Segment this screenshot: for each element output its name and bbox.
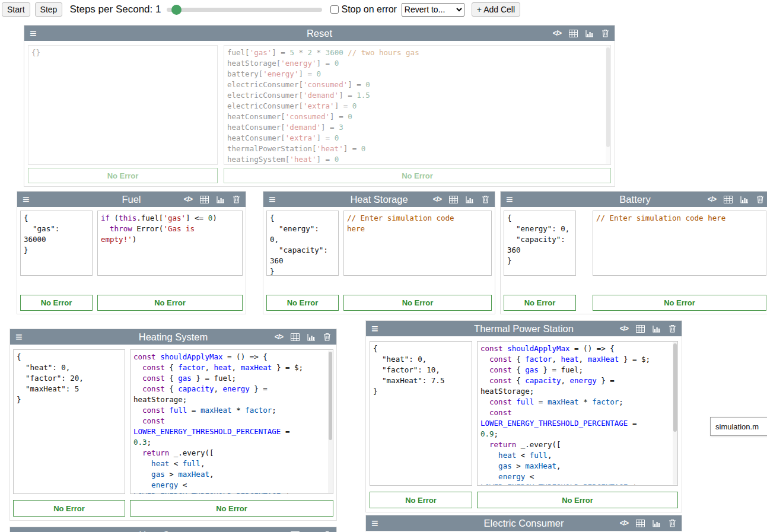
speed-slider[interactable]: [167, 4, 322, 15]
state-editor[interactable]: { "heat": 0, "factor": 20, "maxHeat": 5}: [13, 349, 125, 494]
table-view-icon[interactable]: [636, 520, 645, 527]
cell-header[interactable]: ≡ Heat Consumer </>: [10, 527, 336, 532]
cell-heating-system: ≡ Heating System </> { "heat": 0, "facto…: [9, 329, 337, 521]
stop-on-error-checkbox[interactable]: [330, 5, 339, 14]
delete-cell-icon[interactable]: [669, 324, 676, 333]
code-status: No Error: [477, 492, 678, 508]
cell-body: { "gas":36000} if (this.fuel['gas'] <= 0…: [17, 207, 246, 276]
code-view-icon[interactable]: </>: [620, 519, 628, 527]
code-editor[interactable]: // Enter simulation code here: [593, 211, 766, 276]
menu-icon[interactable]: ≡: [371, 515, 378, 531]
code-status: No Error: [130, 500, 333, 517]
header-icons: </>: [553, 29, 609, 37]
slider-track[interactable]: [167, 8, 322, 12]
code-editor[interactable]: fuel['gas'] = 5 * 2 * 3600 // two hours …: [224, 45, 611, 165]
chart-view-icon[interactable]: [307, 333, 316, 341]
menu-icon[interactable]: ≡: [506, 192, 513, 207]
menu-icon[interactable]: ≡: [15, 527, 23, 532]
code-view-icon[interactable]: </>: [620, 324, 628, 333]
chart-view-icon[interactable]: [653, 520, 661, 527]
cell-header[interactable]: ≡ Reset </>: [24, 26, 615, 41]
cell-footer: No Error No Error: [10, 500, 336, 520]
code-status: No Error: [224, 168, 611, 183]
scrollbar[interactable]: [673, 342, 677, 485]
cell-footer: No Error No Error: [24, 168, 615, 186]
header-icons: </>: [620, 324, 676, 333]
cell-header[interactable]: ≡ Battery </>: [501, 192, 767, 207]
state-editor[interactable]: { "heat": 0, "factor": 10, "maxHeat": 7.…: [370, 341, 472, 486]
state-status: No Error: [266, 295, 339, 311]
cell-header[interactable]: ≡ Heat Storage </>: [263, 192, 495, 207]
code-view-icon[interactable]: </>: [553, 29, 561, 37]
revert-dropdown[interactable]: Revert to...: [402, 3, 464, 17]
delete-cell-icon[interactable]: [669, 519, 676, 527]
code-status: No Error: [343, 295, 492, 311]
cell-header[interactable]: ≡ Thermal Power Station </>: [366, 321, 682, 336]
scrollbar-thumb[interactable]: [606, 47, 610, 147]
state-status: No Error: [13, 500, 125, 517]
state-editor[interactable]: { "energy": 0, "capacity":360}: [504, 211, 576, 276]
delete-cell-icon[interactable]: [233, 195, 240, 203]
start-button[interactable]: Start: [2, 2, 30, 17]
chart-view-icon[interactable]: [466, 196, 474, 203]
delete-cell-icon[interactable]: [482, 195, 489, 203]
cell-heat-consumer: ≡ Heat Consumer </>: [9, 527, 337, 532]
step-button[interactable]: Step: [35, 2, 63, 17]
add-cell-button[interactable]: + Add Cell: [472, 2, 520, 17]
delete-cell-icon[interactable]: [756, 195, 764, 203]
cell-footer: No Error No Error: [501, 295, 767, 314]
code-view-icon[interactable]: </>: [433, 195, 441, 203]
state-editor[interactable]: { "gas":36000}: [20, 211, 93, 276]
code-status: No Error: [97, 295, 243, 311]
scrollbar[interactable]: [606, 46, 610, 164]
table-view-icon[interactable]: [636, 325, 645, 333]
menu-icon[interactable]: ≡: [15, 329, 23, 345]
cell-fuel: ≡ Fuel </> { "gas":36000} if (this.fuel[…: [17, 191, 246, 314]
scrollbar-thumb[interactable]: [673, 343, 677, 432]
code-editor[interactable]: // Enter simulation codehere: [343, 211, 492, 276]
table-view-icon[interactable]: [724, 196, 733, 203]
code-view-icon[interactable]: </>: [184, 195, 192, 203]
slider-thumb[interactable]: [171, 5, 182, 15]
chart-view-icon[interactable]: [653, 325, 661, 333]
menu-icon[interactable]: ≡: [30, 26, 37, 41]
cell-body: { "energy":0, "capacity":360} // Enter s…: [263, 207, 495, 276]
cell-header[interactable]: ≡ Electric Consumer </>: [366, 515, 682, 531]
header-icons: </>: [433, 195, 489, 203]
cell-reset: ≡ Reset </> {} fuel['gas'] = 5 * 2 * 360…: [24, 25, 615, 187]
state-editor[interactable]: {}: [28, 45, 218, 165]
table-view-icon[interactable]: [291, 333, 300, 341]
code-view-icon[interactable]: </>: [708, 195, 716, 203]
code-editor[interactable]: const shouldApplyMax = () => { const { f…: [130, 349, 333, 494]
state-status: No Error: [28, 168, 218, 183]
cell-footer: No Error No Error: [17, 295, 246, 314]
stop-on-error-label: Stop on error: [341, 4, 396, 15]
state-editor[interactable]: { "energy":0, "capacity":360}: [266, 211, 339, 276]
toolbar: Start Step Steps per Second: 1 Stop on e…: [0, 0, 767, 19]
delete-cell-icon[interactable]: [323, 333, 331, 341]
header-icons: </>: [620, 519, 676, 527]
code-editor[interactable]: if (this.fuel['gas'] <= 0) throw Error('…: [97, 211, 243, 276]
cell-thermal-power-station: ≡ Thermal Power Station </> { "heat": 0,…: [365, 320, 682, 512]
chart-view-icon[interactable]: [585, 30, 594, 37]
cell-body: { "heat": 0, "factor": 10, "maxHeat": 7.…: [366, 336, 682, 486]
menu-icon[interactable]: ≡: [23, 192, 30, 207]
chart-view-icon[interactable]: [217, 196, 225, 203]
header-icons: </>: [184, 195, 240, 203]
cell-header[interactable]: ≡ Heating System </>: [10, 329, 336, 345]
cell-battery: ≡ Battery </> { "energy": 0, "capacity":…: [500, 191, 767, 314]
status-popup: simulation.m: [710, 417, 767, 436]
table-view-icon[interactable]: [200, 196, 209, 203]
code-editor[interactable]: const shouldApplyMax = () => { const { f…: [477, 341, 678, 486]
chart-view-icon[interactable]: [740, 196, 749, 203]
delete-cell-icon[interactable]: [601, 29, 609, 37]
menu-icon[interactable]: ≡: [269, 192, 276, 207]
table-view-icon[interactable]: [449, 196, 458, 203]
code-view-icon[interactable]: </>: [275, 333, 283, 341]
cell-header[interactable]: ≡ Fuel </>: [17, 192, 246, 207]
scrollbar-thumb[interactable]: [329, 352, 332, 440]
status-popup-text: simulation.m: [715, 422, 759, 431]
scrollbar[interactable]: [328, 351, 333, 493]
menu-icon[interactable]: ≡: [371, 321, 378, 336]
table-view-icon[interactable]: [569, 30, 578, 37]
